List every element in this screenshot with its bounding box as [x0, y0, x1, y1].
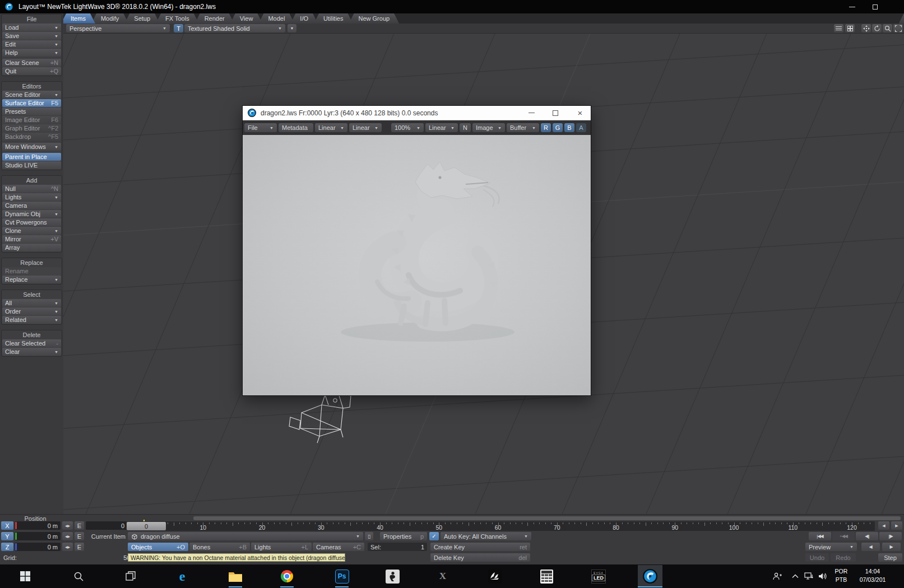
item-list-button[interactable]: ▯: [365, 532, 373, 540]
tab-i-o[interactable]: I/O: [290, 13, 318, 24]
sidebar-item-presets[interactable]: Presets: [2, 108, 61, 115]
undo-button[interactable]: Undo: [805, 553, 829, 562]
viewport-expand-button[interactable]: [893, 24, 903, 32]
horizontal-scrollbar[interactable]: [193, 516, 901, 520]
sidebar-item-load[interactable]: Load▼: [2, 24, 61, 31]
play-backward-button[interactable]: ◀: [861, 543, 880, 551]
render-minimize-button[interactable]: [522, 106, 541, 120]
sidebar-item-cvt-powergons[interactable]: Cvt Powergons: [2, 218, 61, 226]
category-objects-button[interactable]: Objects+O: [128, 543, 188, 551]
sidebar-item-replace[interactable]: Replace▼: [2, 276, 61, 283]
sidebar-item-more-windows[interactable]: More Windows▼: [2, 143, 61, 151]
axis-z-value-field[interactable]: 0 m: [15, 543, 61, 551]
sidebar-item-all[interactable]: All▼: [2, 299, 61, 307]
render-toolbar-linear-2[interactable]: Linear▼: [315, 123, 347, 132]
tab-view[interactable]: View: [230, 13, 263, 24]
current-item-dropdown[interactable]: dragon diffuse ▼: [128, 532, 363, 540]
envelope-button[interactable]: E: [75, 543, 84, 551]
channel-b-button[interactable]: B: [564, 123, 574, 132]
render-close-button[interactable]: ×: [571, 106, 590, 120]
channel-a-button[interactable]: A: [576, 123, 586, 132]
channel-r-button[interactable]: R: [541, 123, 551, 132]
tab-items[interactable]: Items: [63, 13, 95, 24]
sidebar-item-dynamic-obj[interactable]: Dynamic Obj▼: [2, 210, 61, 218]
delete-key-button[interactable]: Delete Key del: [430, 553, 530, 562]
taskbar-zbrush[interactable]: [380, 565, 405, 587]
envelope-button[interactable]: E: [75, 521, 84, 530]
category-lights-button[interactable]: Lights+L: [251, 543, 312, 551]
sidebar-item-studio-live[interactable]: Studio LIVE: [2, 161, 61, 169]
maximize-button[interactable]: [865, 0, 884, 13]
sidebar-item-mirror[interactable]: Mirror+V: [2, 235, 61, 243]
taskbar-lightwave[interactable]: [638, 565, 662, 587]
axis-y-button[interactable]: Y: [1, 532, 13, 540]
sidebar-item-image-editor[interactable]: Image EditorF6: [2, 116, 61, 124]
transport-button-2[interactable]: ◀||: [856, 532, 878, 540]
range-step-forward-button[interactable]: ▶: [891, 521, 902, 530]
sidebar-item-parent-in-place[interactable]: Parent in Place: [2, 153, 61, 161]
tray-speaker-button[interactable]: [818, 572, 828, 581]
transport-button-0[interactable]: |◀◀: [809, 532, 831, 540]
tab-modify[interactable]: Modify: [91, 13, 128, 24]
sidebar-item-lights[interactable]: Lights▼: [2, 193, 61, 201]
properties-button[interactable]: Properties p: [380, 532, 427, 540]
sidebar-item-camera[interactable]: Camera: [2, 202, 61, 209]
sidebar-item-rename[interactable]: Rename: [2, 267, 61, 275]
timeline-ruler[interactable]: 0102030405060708090100110120 0: [128, 521, 875, 531]
tray-people-button[interactable]: [772, 572, 782, 581]
modeler-button[interactable]: Mod: [899, 13, 904, 24]
sidebar-item-backdrop[interactable]: Backdrop^F5: [2, 133, 61, 141]
taskbar-search[interactable]: [66, 565, 91, 587]
tab-utilities[interactable]: Utilities: [314, 13, 353, 24]
viewport-rotate-button[interactable]: [872, 24, 882, 32]
category-bones-button[interactable]: Bones+B: [189, 543, 250, 551]
language-indicator[interactable]: POR PTB: [831, 567, 852, 584]
view-mode-dropdown[interactable]: Perspective ▼: [66, 24, 170, 32]
channel-g-button[interactable]: G: [553, 123, 563, 132]
render-toolbar-buffer-8[interactable]: Buffer▼: [507, 123, 539, 132]
viewport-pan-button[interactable]: [861, 24, 871, 32]
tab-fx-tools[interactable]: FX Tools: [156, 13, 199, 24]
transport-button-1[interactable]: +◀◀: [832, 532, 855, 540]
step-button[interactable]: Step: [878, 553, 902, 562]
taskbar-photoshop[interactable]: Ps: [330, 565, 354, 587]
axis-stepper[interactable]: ◀▶: [62, 521, 73, 530]
shading-mode-dropdown[interactable]: Textured Shaded Solid ▼: [184, 24, 285, 32]
render-toolbar-file-0[interactable]: File▼: [244, 123, 277, 132]
tray-network-button[interactable]: [804, 572, 814, 581]
play-forward-button[interactable]: ▶: [882, 543, 901, 551]
sidebar-item-related[interactable]: Related▼: [2, 316, 61, 324]
render-toolbar-linear-3[interactable]: Linear▼: [349, 123, 382, 132]
redo-button[interactable]: Redo: [831, 553, 856, 562]
sidebar-item-order[interactable]: Order▼: [2, 307, 61, 315]
sidebar-item-null[interactable]: Null^N: [2, 185, 61, 193]
axis-stepper[interactable]: ◀▶: [62, 532, 73, 540]
viewport-grid-button[interactable]: [845, 24, 855, 32]
taskbar-edge[interactable]: e: [170, 565, 194, 587]
taskbar-x-app[interactable]: X: [430, 565, 455, 587]
taskbar-start[interactable]: [13, 565, 38, 587]
camera-wireframe[interactable]: [285, 388, 369, 450]
clock[interactable]: 14:04 07/03/201: [853, 567, 892, 584]
minimize-button[interactable]: [842, 0, 861, 13]
sidebar-item-scene-editor[interactable]: Scene Editor▼: [2, 91, 61, 99]
start-frame-field[interactable]: 0: [86, 521, 127, 530]
render-toolbar-image-7[interactable]: Image▼: [472, 123, 505, 132]
render-toolbar-metadata-1[interactable]: Metadata: [279, 123, 313, 132]
autokey-checkbox[interactable]: ✓: [429, 532, 439, 540]
transport-button-3[interactable]: ||▶: [879, 532, 902, 540]
render-window-titlebar[interactable]: dragon2.lws Fr:0000 Lyr:3 (640 x 480 128…: [243, 106, 591, 120]
axis-z-button[interactable]: Z: [1, 543, 13, 551]
axis-x-button[interactable]: X: [1, 521, 13, 530]
render-toolbar-100-4[interactable]: 100%▼: [391, 123, 424, 132]
tab-render[interactable]: Render: [195, 13, 234, 24]
render-toolbar-n-6[interactable]: N: [460, 123, 471, 132]
tab-model[interactable]: Model: [258, 13, 294, 24]
viewport-list-button[interactable]: [834, 24, 843, 32]
range-step-back-button[interactable]: ◀: [878, 521, 889, 530]
create-key-button[interactable]: Create Key ret: [430, 543, 530, 551]
axis-stepper[interactable]: ◀▶: [62, 543, 73, 551]
frame-slider-handle[interactable]: 0: [126, 521, 166, 531]
taskbar-task-view[interactable]: [118, 565, 143, 587]
viewport-options-dropdown[interactable]: ▼: [288, 24, 296, 32]
